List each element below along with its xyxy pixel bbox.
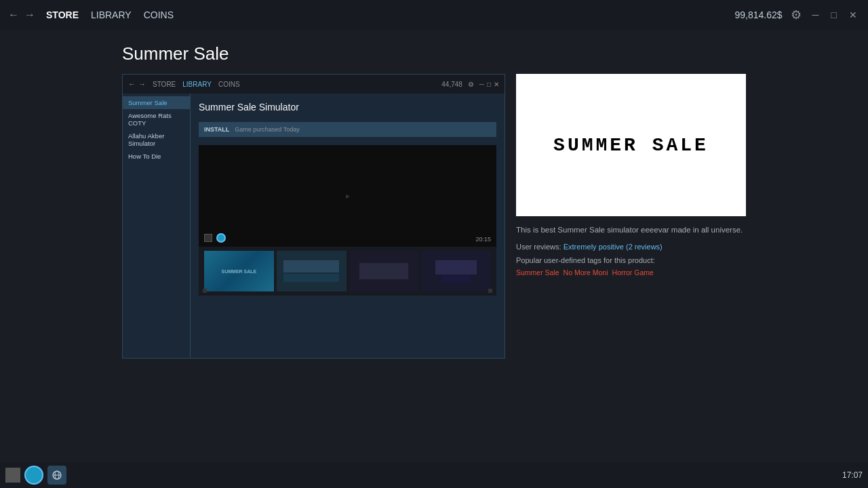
screenshots-row: SUMMER SALE: [199, 247, 496, 296]
video-placeholder: ▶: [346, 193, 350, 199]
install-info: Game purchased Today: [235, 126, 299, 133]
inner-sidebar: Summer Sale Awesome Rats COTY Allahu Akb…: [123, 94, 191, 358]
inner-gear-icon[interactable]: ⚙: [468, 81, 474, 88]
screenshot-content-3: [349, 251, 419, 291]
reviews-value: Extremely positive (2 reviews): [564, 243, 663, 251]
taskbar-left: [5, 466, 66, 485]
tag-horror-game[interactable]: Horror Game: [612, 268, 654, 277]
tags-label: Popular user-defined tags for this produ…: [516, 256, 746, 264]
inner-forward-arrow[interactable]: →: [138, 80, 146, 88]
nav-arrows: ← →: [8, 9, 35, 21]
screenshot-next-btn[interactable]: [488, 289, 492, 293]
install-label[interactable]: INSTALL: [204, 126, 229, 133]
topbar-right: 99,814.62$ ⚙ ─ □ ✕: [735, 7, 860, 22]
inner-app-window: ← → STORE LIBRARY COINS 44,748 ⚙ ─ □: [122, 74, 505, 359]
game-banner: SUMMER SALE: [516, 74, 746, 216]
tags-row: Summer Sale No More Moni Horror Game: [516, 268, 746, 277]
screenshot-thumb-1[interactable]: SUMMER SALE: [204, 251, 274, 291]
forward-arrow[interactable]: →: [24, 9, 35, 21]
tag-summer-sale[interactable]: Summer Sale: [516, 268, 559, 277]
inner-maximize[interactable]: □: [487, 81, 491, 88]
inner-nav-arrows: ← →: [128, 80, 146, 88]
inner-topbar-left: ← → STORE LIBRARY COINS: [128, 80, 240, 88]
video-time: 20:15: [475, 236, 491, 243]
inner-back-arrow[interactable]: ←: [128, 80, 136, 88]
inner-nav-library[interactable]: LIBRARY: [182, 81, 212, 88]
taskbar: 17:07: [0, 462, 868, 488]
inner-main-panel: Summer Sale Simulator INSTALL Game purch…: [191, 94, 505, 358]
nav-library[interactable]: LIBRARY: [91, 9, 132, 20]
screenshot-content-2: [277, 251, 347, 291]
inner-nav-coins[interactable]: COINS: [218, 81, 240, 88]
video-play-btn[interactable]: [216, 233, 226, 243]
topbar-left: ← → STORE LIBRARY COINS: [8, 9, 174, 21]
taskbar-globe-btn[interactable]: [47, 466, 66, 485]
sidebar-item-awesome-rats[interactable]: Awesome Rats COTY: [123, 109, 190, 129]
maximize-button[interactable]: □: [829, 8, 840, 22]
balance-display: 99,814.62$: [735, 9, 783, 20]
inner-balance: 44,748: [441, 81, 462, 88]
nav-store[interactable]: STORE: [46, 9, 79, 20]
screenshot-thumb-4[interactable]: [421, 251, 491, 291]
inner-minimize[interactable]: ─: [479, 81, 484, 88]
topbar-nav: STORE LIBRARY COINS: [46, 9, 174, 20]
right-panel: SUMMER SALE This is best Summer Sale sim…: [516, 74, 746, 359]
screenshot-thumb-2[interactable]: [277, 251, 347, 291]
taskbar-time: 17:07: [842, 470, 863, 480]
inner-win-btns: ─ □ ✕: [479, 81, 499, 88]
taskbar-app-icon[interactable]: [24, 466, 43, 485]
window-controls: ─ □ ✕: [810, 8, 860, 22]
content-row: ← → STORE LIBRARY COINS 44,748 ⚙ ─ □: [122, 74, 746, 359]
sidebar-item-how-to-die[interactable]: How To Die: [123, 150, 190, 163]
inner-body: Summer Sale Awesome Rats COTY Allahu Akb…: [123, 94, 505, 358]
video-stop-btn[interactable]: [204, 234, 212, 242]
screenshot-content-1: SUMMER SALE: [204, 251, 274, 291]
taskbar-square-btn[interactable]: [5, 468, 20, 483]
install-bar: INSTALL Game purchased Today: [199, 122, 496, 137]
tag-no-more-moni[interactable]: No More Moni: [564, 268, 608, 277]
main-content: Summer Sale ← → STORE LIBRARY COINS: [0, 30, 868, 462]
video-player[interactable]: ▶: [199, 145, 496, 247]
banner-title: SUMMER SALE: [553, 135, 709, 156]
game-description: This is best Summer Sale simulator eeeev…: [516, 224, 746, 236]
inner-nav: STORE LIBRARY COINS: [153, 81, 240, 88]
reviews-line: User reviews: Extremely positive (2 revi…: [516, 243, 746, 251]
screenshot-prev-btn[interactable]: [203, 289, 207, 293]
close-button[interactable]: ✕: [846, 8, 860, 22]
reviews-label: User reviews:: [516, 243, 561, 251]
sidebar-item-allahu[interactable]: Allahu Akber Simulator: [123, 129, 190, 150]
video-controls: [204, 233, 226, 243]
back-arrow[interactable]: ←: [8, 9, 19, 21]
inner-close[interactable]: ✕: [494, 81, 499, 88]
inner-topbar-right: 44,748 ⚙ ─ □ ✕: [441, 81, 499, 88]
globe-icon: [52, 470, 62, 481]
topbar: ← → STORE LIBRARY COINS 99,814.62$ ⚙ ─ □…: [0, 0, 868, 30]
minimize-button[interactable]: ─: [810, 8, 822, 22]
screenshot-thumb-3[interactable]: [349, 251, 419, 291]
settings-icon[interactable]: ⚙: [791, 7, 802, 22]
video-section: ▶ 20:15: [199, 145, 496, 247]
screenshot-content-4: [421, 251, 491, 291]
nav-coins[interactable]: COINS: [144, 9, 174, 20]
sidebar-item-summer-sale[interactable]: Summer Sale: [123, 96, 190, 109]
inner-topbar: ← → STORE LIBRARY COINS 44,748 ⚙ ─ □: [123, 75, 505, 94]
inner-game-title: Summer Sale Simulator: [199, 102, 496, 113]
page-title: Summer Sale: [122, 43, 746, 64]
inner-nav-store[interactable]: STORE: [153, 81, 176, 88]
